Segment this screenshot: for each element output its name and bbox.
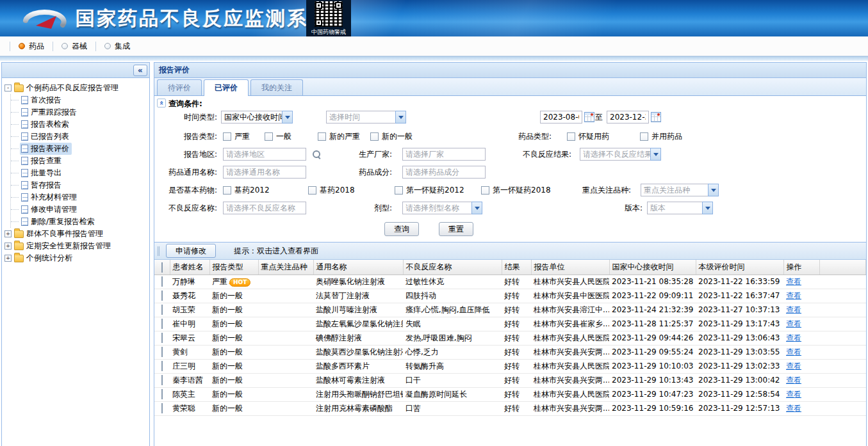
checkbox-icon[interactable] [318, 132, 326, 141]
view-link[interactable]: 查看 [786, 404, 801, 413]
table-row[interactable]: 聂秀花 新的一般 法莫替丁注射液 四肢抖动 好转 桂林市兴安县中医医院 2023… [154, 289, 866, 303]
row-checkbox[interactable] [161, 305, 163, 315]
checkbox-icon[interactable] [308, 186, 316, 195]
checkbox-icon[interactable] [370, 132, 379, 141]
sidebar-item[interactable]: 报告表评价 [11, 143, 148, 155]
menu-item-integration[interactable]: 集成 [102, 40, 133, 53]
sidebar-folder[interactable]: + 个例统计分析 [4, 252, 148, 264]
view-link[interactable]: 查看 [786, 305, 801, 314]
row-checkbox[interactable] [161, 276, 163, 287]
tab-evaluated[interactable]: 已评价 [204, 79, 249, 96]
checkbox-new-general[interactable]: 新的一般 [370, 129, 413, 143]
focus-variety-select[interactable]: 重点关注品种 [641, 184, 719, 196]
sidebar-folder[interactable]: + 定期安全性更新报告管理 [4, 240, 148, 252]
sidebar-item[interactable]: 已报告列表 [11, 131, 148, 143]
adr-result-select[interactable]: 请选择不良反应结果 [580, 148, 661, 161]
chevron-down-icon[interactable] [282, 111, 293, 123]
checkbox-icon[interactable] [223, 132, 231, 141]
reset-button[interactable]: 重置 [439, 222, 473, 236]
checkbox-icon[interactable] [223, 186, 231, 195]
ingredient-input[interactable] [402, 166, 486, 179]
row-checkbox[interactable] [161, 347, 163, 357]
checkbox-suspected-drug[interactable]: 怀疑用药 [567, 129, 609, 143]
checkbox-icon[interactable] [395, 186, 403, 195]
view-link[interactable]: 查看 [786, 291, 801, 300]
menu-item-drug[interactable]: 药品 [16, 40, 47, 53]
apply-edit-button[interactable]: 申请修改 [166, 244, 216, 258]
sidebar-item[interactable]: 报告表检索 [11, 118, 148, 131]
checkbox-concomitant-drug[interactable]: 并用药品 [640, 129, 682, 143]
expand-plus-icon[interactable]: + [4, 230, 12, 237]
select-all-checkbox[interactable] [161, 262, 163, 273]
table-row[interactable]: 黄荣聪 新的一般 注射用克林霉素磷酸酯 口苦 好转 桂林市兴安县兴安两... 2… [154, 401, 866, 415]
checkbox-severe[interactable]: 严重 [223, 129, 250, 143]
sidebar-item[interactable]: 批量导出 [11, 167, 148, 179]
checkbox-general[interactable]: 一般 [265, 129, 291, 143]
view-link[interactable]: 查看 [786, 347, 801, 356]
sidebar-item[interactable]: 暂存报告 [11, 179, 148, 191]
manufacturer-input[interactable] [402, 148, 486, 161]
view-link[interactable]: 查看 [786, 319, 801, 328]
collapse-minus-icon[interactable]: - [4, 84, 12, 92]
region-input[interactable] [223, 148, 306, 161]
checkbox-icon[interactable] [265, 132, 273, 141]
chevron-down-icon[interactable] [395, 111, 406, 123]
row-checkbox[interactable] [161, 403, 163, 413]
search-button[interactable]: 查询 [384, 222, 419, 236]
sidebar-collapse-button[interactable]: « [133, 65, 147, 76]
checkbox-first-suspect-2018[interactable]: 第一怀疑药2018 [481, 183, 551, 197]
row-checkbox[interactable] [161, 291, 163, 301]
view-link[interactable]: 查看 [786, 333, 801, 342]
generic-name-input[interactable] [223, 166, 306, 179]
table-row[interactable]: 崔中明 新的一般 盐酸左氧氟沙星氯化钠注射液 失眠 好转 桂林市兴安县崔家乡..… [154, 317, 866, 331]
checkbox-basic-2012[interactable]: 基药2012 [223, 183, 270, 197]
sidebar-item[interactable]: 删除/重复报告检索 [11, 216, 148, 228]
sidebar-item[interactable]: 首次报告 [11, 94, 148, 106]
row-checkbox[interactable] [161, 375, 163, 385]
table-row[interactable]: 黄剑 新的一般 盐酸莫西沙星氯化钠注射液 心悸,乏力 好转 桂林市兴安县兴安两.… [154, 345, 866, 359]
sidebar-item[interactable]: 严重跟踪报告 [11, 106, 148, 118]
adr-name-input[interactable] [223, 202, 306, 214]
time-type-select[interactable]: 国家中心接收时间 [221, 111, 293, 123]
sidebar-folder[interactable]: + 群体不良事件报告管理 [4, 228, 148, 240]
table-row[interactable]: 秦李语茜 新的一般 盐酸林可霉素注射液 口干 好转 桂林市兴安县兴安两... 2… [154, 373, 866, 387]
sidebar-folder-root[interactable]: - 个例药品不良反应报告管理 [4, 82, 148, 94]
view-link[interactable]: 查看 [786, 362, 801, 370]
row-checkbox[interactable] [161, 333, 163, 343]
expand-plus-icon[interactable]: + [4, 243, 12, 250]
sidebar-item[interactable]: 补充材料管理 [11, 191, 148, 203]
chevron-down-icon[interactable] [702, 202, 713, 214]
checkbox-new-severe[interactable]: 新的严重 [318, 129, 360, 143]
view-link[interactable]: 查看 [786, 376, 801, 385]
checkbox-icon[interactable] [567, 132, 575, 141]
date-from-input[interactable] [540, 111, 582, 123]
tab-my-focus[interactable]: 我的关注 [250, 79, 303, 95]
version-select[interactable]: 版本 [647, 202, 713, 214]
checkbox-basic-2018[interactable]: 基药2018 [308, 183, 355, 197]
row-checkbox[interactable] [161, 361, 163, 371]
tab-pending[interactable]: 待评价 [157, 79, 202, 95]
table-row[interactable]: 万静琳 严重HOT 奥硝唑氯化钠注射液 过敏性休克 好转 桂林市兴安县人民医院 … [154, 275, 866, 289]
search-icon[interactable] [313, 150, 321, 159]
expand-plus-icon[interactable]: + [4, 255, 12, 262]
sidebar-item[interactable]: 报告查重 [11, 155, 148, 167]
checkbox-first-suspect-2012[interactable]: 第一怀疑药2012 [395, 183, 464, 197]
calendar-icon[interactable] [584, 112, 594, 122]
sidebar-item[interactable]: 修改申请管理 [11, 203, 148, 216]
dosage-form-select[interactable]: 请选择剂型名称 [402, 202, 482, 214]
table-row[interactable]: 庄三明 新的一般 盐酸多西环素片 转氨酶升高 好转 桂林市兴安县人民医院 202… [154, 359, 866, 373]
chevron-down-icon[interactable] [650, 148, 661, 161]
checkbox-icon[interactable] [481, 186, 489, 195]
table-row[interactable]: 宋翠云 新的一般 碘佛醇注射液 发热,呼吸困难,胸闷 好转 桂林市兴安县人民医院… [154, 331, 866, 345]
collapse-section-icon[interactable]: « [157, 99, 166, 108]
checkbox-icon[interactable] [640, 132, 648, 141]
time-range-select[interactable]: 选择时间 [326, 111, 406, 123]
row-checkbox[interactable] [161, 319, 163, 329]
calendar-icon[interactable] [651, 112, 661, 122]
view-link[interactable]: 查看 [786, 277, 801, 286]
row-checkbox[interactable] [161, 389, 163, 399]
menu-item-device[interactable]: 器械 [59, 40, 90, 53]
view-link[interactable]: 查看 [786, 390, 801, 399]
date-to-input[interactable] [607, 111, 649, 123]
chevron-down-icon[interactable] [708, 184, 719, 196]
